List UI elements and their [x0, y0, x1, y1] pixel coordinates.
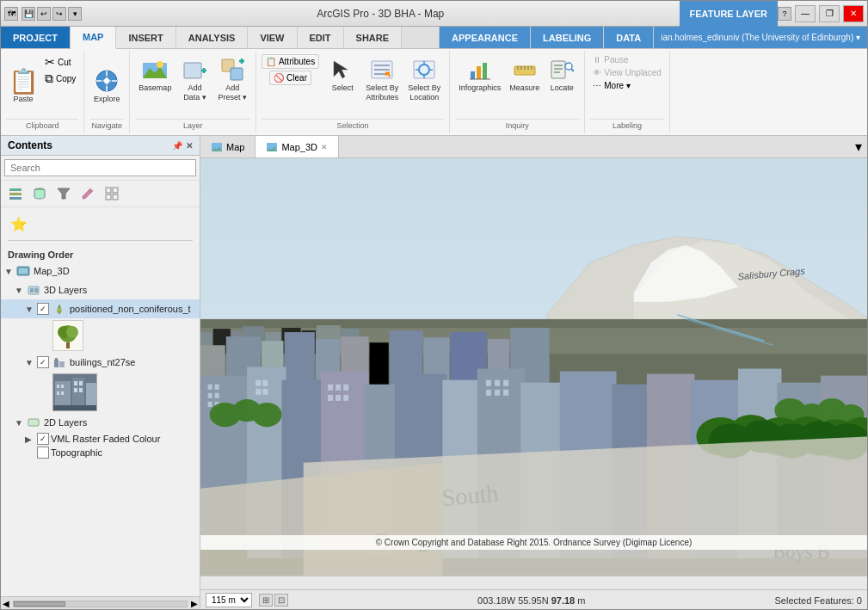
3dlayers-label: 3D Layers: [44, 285, 200, 295]
attributes-button[interactable]: 📋 Attributes: [262, 54, 319, 69]
svg-rect-146: [486, 380, 491, 386]
pause-button[interactable]: ⏸ Pause: [590, 54, 631, 65]
topographic-checkbox[interactable]: [37, 447, 49, 459]
scroll-left[interactable]: ◀: [1, 599, 11, 608]
scale-dropdown[interactable]: 115 m: [206, 593, 252, 607]
explore-button[interactable]: Explore: [89, 65, 124, 106]
sidebar-menu-button[interactable]: ✕: [186, 141, 193, 151]
undo-icon[interactable]: ↩: [37, 7, 51, 21]
tab-map-view[interactable]: Map: [200, 136, 255, 157]
layer-item-positioned[interactable]: ▼ positioned_non_coniferous_t: [1, 299, 200, 318]
tab-appearance[interactable]: APPEARANCE: [440, 27, 531, 48]
expand-buildings[interactable]: ▼: [25, 358, 35, 367]
sidebar: Contents 📌 ✕: [1, 136, 200, 610]
svg-rect-67: [59, 361, 65, 367]
close-map3d-tab[interactable]: ✕: [321, 143, 328, 151]
redo-icon[interactable]: ↪: [52, 7, 66, 21]
map-tab-icon: [211, 141, 223, 153]
toolbar-pen[interactable]: [77, 183, 99, 204]
help-button[interactable]: ?: [778, 7, 791, 21]
svg-rect-143: [328, 395, 333, 401]
basemap-button[interactable]: Basemap: [135, 54, 175, 95]
layer-item-3dlayers[interactable]: ▼ 3D Layers: [1, 280, 200, 299]
svg-rect-53: [113, 194, 118, 200]
positioned-checkbox[interactable]: [37, 303, 49, 315]
tab-share[interactable]: SHARE: [344, 27, 403, 48]
vml-checkbox[interactable]: [37, 433, 49, 445]
add-preset-button[interactable]: AddPreset ▾: [214, 54, 250, 104]
expand-3dlayers[interactable]: ▼: [15, 286, 25, 295]
tab-labeling[interactable]: LABELING: [531, 27, 604, 48]
select-button[interactable]: Select: [325, 54, 360, 95]
locate-button[interactable]: Locate: [545, 54, 579, 95]
svg-rect-9: [184, 63, 201, 78]
copy-icon: ⧉: [45, 71, 53, 86]
tab-analysis[interactable]: ANALYSIS: [176, 27, 249, 48]
tab-map3d-view[interactable]: Map_3D ✕: [255, 136, 339, 157]
expand-vml[interactable]: ▶: [25, 434, 35, 444]
toolbar-database[interactable]: [28, 183, 51, 204]
expand-2dlayers[interactable]: ▼: [15, 418, 25, 428]
tab-view[interactable]: VIEW: [248, 27, 297, 48]
tab-map[interactable]: MAP: [71, 27, 116, 49]
toolbar-filter[interactable]: [52, 183, 75, 204]
tab-project[interactable]: PROJECT: [1, 27, 71, 48]
more-button[interactable]: ⋯ More ▾: [590, 80, 633, 91]
infographics-icon: [466, 56, 494, 83]
measure-button[interactable]: Measure: [506, 54, 543, 95]
drawing-order-label: Drawing Order: [1, 248, 200, 262]
scroll-track[interactable]: [13, 601, 188, 607]
select-by-attributes-button[interactable]: Select ByAttributes: [362, 54, 402, 104]
svg-rect-58: [34, 288, 38, 293]
scale-grid-btn[interactable]: ⊞: [259, 594, 273, 607]
sidebar-toolbar: [1, 181, 200, 207]
expand-positioned[interactable]: ▼: [25, 305, 35, 314]
expand-map3d[interactable]: ▼: [4, 267, 15, 276]
sidebar-scrollbar[interactable]: ◀ ▶: [1, 596, 200, 610]
sidebar-header: Contents 📌 ✕: [1, 136, 200, 156]
select-by-location-label: Select ByLocation: [408, 83, 440, 102]
copy-button[interactable]: ⧉ Copy: [42, 71, 78, 87]
layer-item-topographic[interactable]: ▶ Topographic: [1, 446, 200, 459]
clear-button[interactable]: 🚫 Clear: [269, 71, 311, 85]
buildings-checkbox[interactable]: [37, 356, 49, 368]
select-by-location-button[interactable]: Select ByLocation: [404, 54, 444, 104]
basemap-label: Basemap: [139, 83, 171, 93]
save-icon[interactable]: 💾: [22, 7, 35, 21]
favorites-star[interactable]: ⭐: [8, 213, 30, 234]
tab-dropdown-button[interactable]: ▾: [850, 136, 867, 157]
toolbar-grid[interactable]: [101, 183, 123, 204]
layer-item-2dlayers[interactable]: ▼ 2D Layers: [1, 413, 200, 432]
toolbar-all-layers[interactable]: [4, 183, 27, 204]
nav-arrows: ⊞ ⊡: [259, 594, 288, 607]
user-info[interactable]: ian.holmes_edinuniv (The University of E…: [654, 27, 867, 48]
layer-item-buildings[interactable]: ▼ builings_nt27se: [1, 353, 200, 372]
view-unplaced-button[interactable]: 👁 View Unplaced: [590, 67, 664, 78]
cut-button[interactable]: ✂ Cut: [42, 54, 78, 70]
layer-item-vml[interactable]: ▶ VML Raster Faded Colour: [1, 432, 200, 446]
svg-rect-79: [74, 388, 77, 392]
minimize-button[interactable]: —: [795, 5, 816, 22]
tab-data[interactable]: DATA: [604, 27, 654, 48]
attributes-icon: 📋: [266, 57, 276, 66]
scale-fit-btn[interactable]: ⊡: [274, 594, 288, 607]
infographics-button[interactable]: Infographics: [455, 54, 504, 95]
main-area: Contents 📌 ✕: [1, 136, 867, 610]
customize-icon[interactable]: ▾: [68, 7, 82, 21]
layer-item-map3d[interactable]: ▼ Map_3D: [1, 262, 200, 280]
tab-insert[interactable]: INSERT: [116, 27, 175, 48]
restore-button[interactable]: ❐: [819, 5, 840, 22]
map-bottom-scrollbar[interactable]: [200, 576, 867, 589]
scroll-thumb[interactable]: [14, 601, 65, 607]
status-coordinates: 003.18W 55.95N 97.18 m: [295, 595, 767, 606]
map-view[interactable]: Salisbury Crags: [200, 158, 867, 576]
scroll-right[interactable]: ▶: [189, 599, 200, 608]
paste-button[interactable]: 📋 Paste: [6, 54, 40, 117]
close-button[interactable]: ✕: [843, 5, 864, 22]
tab-edit[interactable]: EDIT: [298, 27, 344, 48]
svg-rect-61: [59, 311, 60, 314]
search-input[interactable]: [4, 159, 196, 176]
scale-selector[interactable]: 115 m: [206, 593, 252, 607]
auto-hide-button[interactable]: 📌: [172, 141, 182, 151]
add-data-button[interactable]: AddData ▾: [177, 54, 212, 104]
